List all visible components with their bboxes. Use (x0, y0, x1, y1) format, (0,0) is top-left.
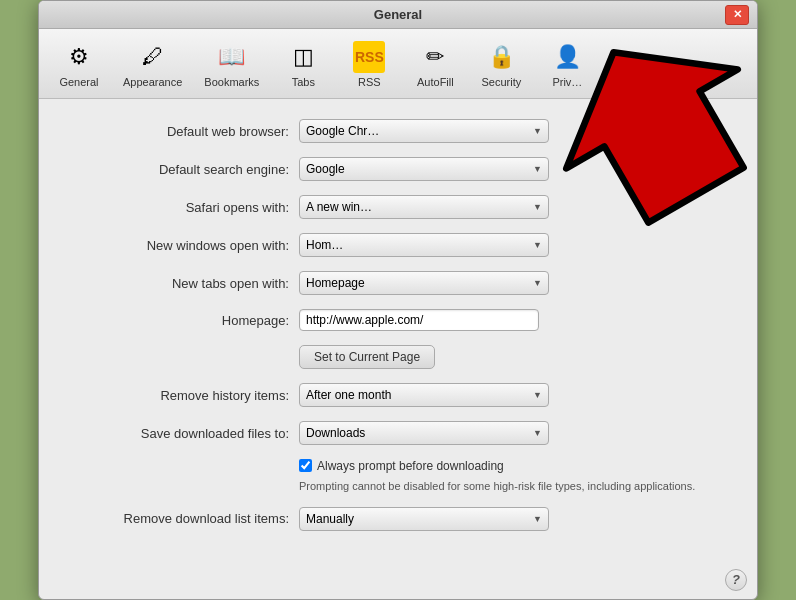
remove-history-select[interactable]: After one month (299, 383, 549, 407)
default-browser-select-wrapper: Google Chr… (299, 119, 549, 143)
new-windows-select[interactable]: Hom… (299, 233, 549, 257)
safari-opens-select-wrapper: A new win… (299, 195, 549, 219)
remove-history-select-wrapper: After one month (299, 383, 549, 407)
default-search-row: Default search engine: Google (69, 157, 727, 181)
safari-opens-row: Safari opens with: A new win… (69, 195, 727, 219)
always-prompt-row: Always prompt before downloading (69, 459, 727, 473)
safari-opens-select[interactable]: A new win… (299, 195, 549, 219)
set-current-row: Set to Current Page (69, 345, 727, 369)
toolbar-privacy[interactable]: 👤 Priv… (537, 37, 597, 92)
remove-download-label: Remove download list items: (69, 511, 299, 526)
save-downloads-control: Downloads (299, 421, 727, 445)
remove-download-row: Remove download list items: Manually (69, 507, 727, 531)
default-browser-control: Google Chr… (299, 119, 727, 143)
save-downloads-select-wrapper: Downloads (299, 421, 549, 445)
security-icon: 🔒 (485, 41, 517, 73)
toolbar-appearance-label: Appearance (123, 76, 182, 88)
homepage-control (299, 309, 727, 331)
new-tabs-label: New tabs open with: (69, 276, 299, 291)
toolbar-privacy-label: Priv… (552, 76, 582, 88)
tabs-icon: ◫ (287, 41, 319, 73)
new-windows-row: New windows open with: Hom… (69, 233, 727, 257)
toolbar-tabs-label: Tabs (292, 76, 315, 88)
default-browser-row: Default web browser: Google Chr… (69, 119, 727, 143)
homepage-input[interactable] (299, 309, 539, 331)
default-browser-select[interactable]: Google Chr… (299, 119, 549, 143)
default-browser-label: Default web browser: (69, 124, 299, 139)
new-tabs-row: New tabs open with: Homepage (69, 271, 727, 295)
remove-history-row: Remove history items: After one month (69, 383, 727, 407)
homepage-row: Homepage: (69, 309, 727, 331)
save-downloads-row: Save downloaded files to: Downloads (69, 421, 727, 445)
default-search-select-wrapper: Google (299, 157, 549, 181)
new-windows-control: Hom… (299, 233, 727, 257)
always-prompt-label[interactable]: Always prompt before downloading (299, 459, 504, 473)
general-preferences-window: General ⚙ General 🖊 Appearance 📖 Bookmar… (38, 0, 758, 599)
window-title: General (374, 7, 422, 22)
toolbar-tabs[interactable]: ◫ Tabs (273, 37, 333, 92)
new-windows-select-wrapper: Hom… (299, 233, 549, 257)
new-tabs-select[interactable]: Homepage (299, 271, 549, 295)
save-downloads-label: Save downloaded files to: (69, 426, 299, 441)
safari-opens-label: Safari opens with: (69, 200, 299, 215)
default-search-select[interactable]: Google (299, 157, 549, 181)
help-row: ? (39, 565, 757, 599)
remove-download-select[interactable]: Manually (299, 507, 549, 531)
remove-history-label: Remove history items: (69, 388, 299, 403)
toolbar-bookmarks-label: Bookmarks (204, 76, 259, 88)
always-prompt-text: Always prompt before downloading (317, 459, 504, 473)
title-bar: General (39, 1, 757, 29)
remove-history-control: After one month (299, 383, 727, 407)
remove-download-control: Manually (299, 507, 727, 531)
general-icon: ⚙ (63, 41, 95, 73)
prompt-description: Prompting cannot be disabled for some hi… (69, 479, 727, 494)
close-button[interactable] (725, 5, 749, 25)
content-area: Default web browser: Google Chr… Default… (39, 99, 757, 564)
autofill-icon: ✏ (419, 41, 451, 73)
new-tabs-control: Homepage (299, 271, 727, 295)
appearance-icon: 🖊 (137, 41, 169, 73)
save-downloads-select[interactable]: Downloads (299, 421, 549, 445)
bookmarks-icon: 📖 (216, 41, 248, 73)
default-search-control: Google (299, 157, 727, 181)
toolbar-security[interactable]: 🔒 Security (471, 37, 531, 92)
homepage-label: Homepage: (69, 313, 299, 328)
help-button[interactable]: ? (725, 569, 747, 591)
toolbar-rss-label: RSS (358, 76, 381, 88)
toolbar-appearance[interactable]: 🖊 Appearance (115, 37, 190, 92)
toolbar-rss[interactable]: RSS RSS (339, 37, 399, 92)
toolbar-autofill[interactable]: ✏ AutoFill (405, 37, 465, 92)
toolbar-bookmarks[interactable]: 📖 Bookmarks (196, 37, 267, 92)
privacy-icon: 👤 (551, 41, 583, 73)
remove-download-select-wrapper: Manually (299, 507, 549, 531)
set-current-button[interactable]: Set to Current Page (299, 345, 435, 369)
always-prompt-checkbox[interactable] (299, 459, 312, 472)
rss-icon: RSS (353, 41, 385, 73)
toolbar-general-label: General (59, 76, 98, 88)
toolbar-general[interactable]: ⚙ General (49, 37, 109, 92)
new-tabs-select-wrapper: Homepage (299, 271, 549, 295)
toolbar-security-label: Security (481, 76, 521, 88)
new-windows-label: New windows open with: (69, 238, 299, 253)
default-search-label: Default search engine: (69, 162, 299, 177)
set-current-control: Set to Current Page (299, 345, 727, 369)
safari-opens-control: A new win… (299, 195, 727, 219)
toolbar-autofill-label: AutoFill (417, 76, 454, 88)
toolbar: ⚙ General 🖊 Appearance 📖 Bookmarks ◫ Tab… (39, 29, 757, 99)
